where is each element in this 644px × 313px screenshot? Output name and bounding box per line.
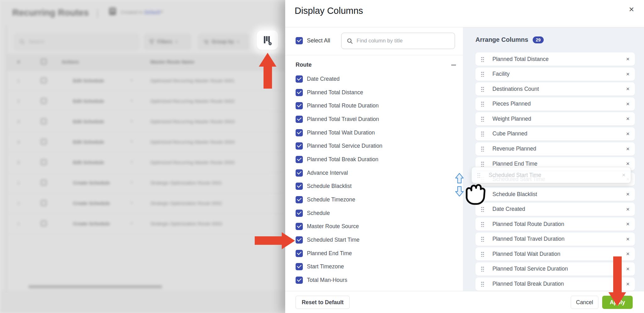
column-checkbox-item[interactable]: Date Created — [296, 72, 453, 86]
checkbox-checked-icon[interactable] — [296, 75, 303, 83]
checkbox-checked-icon[interactable] — [296, 236, 303, 244]
cancel-button[interactable]: Cancel — [571, 296, 598, 309]
checkbox-checked-icon[interactable] — [296, 223, 303, 230]
arrange-column-label: Revenue Planned — [492, 146, 626, 152]
drag-handle-icon[interactable] — [481, 266, 484, 272]
column-checkbox-item[interactable]: Total Man-Hours — [296, 273, 453, 287]
column-checkbox-item[interactable]: Schedule Blacklist — [296, 180, 453, 193]
checkbox-checked-icon[interactable] — [296, 183, 303, 190]
arrange-column-row[interactable]: Pieces Planned × — [475, 97, 635, 111]
column-count-badge: 29 — [533, 36, 544, 43]
arrange-column-row[interactable]: Schedule Blacklist × — [475, 188, 635, 201]
drag-handle-icon[interactable] — [481, 146, 484, 151]
select-all-row[interactable]: Select All — [296, 37, 330, 44]
remove-column-icon[interactable]: × — [626, 236, 630, 243]
remove-column-icon[interactable]: × — [626, 191, 630, 198]
drag-handle-icon[interactable] — [481, 161, 484, 167]
checkbox-checked-icon[interactable] — [296, 156, 303, 163]
checkbox-checked-icon[interactable] — [296, 142, 303, 150]
arrange-column-label: Cube Planned — [492, 130, 626, 137]
arrange-column-row[interactable]: Date Created × — [475, 203, 635, 216]
checkbox-checked-icon[interactable] — [296, 169, 303, 177]
column-checkbox-item[interactable]: Planned Total Travel Duration — [296, 113, 453, 126]
drag-handle-icon[interactable] — [481, 131, 484, 136]
columns-gear-icon — [263, 35, 273, 46]
arrange-column-label: Date Created — [492, 206, 626, 212]
checkbox-checked-icon[interactable] — [296, 102, 303, 109]
remove-column-icon[interactable]: × — [626, 250, 630, 257]
arrange-column-row[interactable]: Facility × — [475, 68, 635, 81]
remove-column-icon[interactable]: × — [626, 281, 630, 288]
checkbox-checked-icon[interactable] — [296, 263, 303, 270]
remove-column-icon: × — [622, 172, 625, 178]
column-checkbox-item[interactable]: Planned Total Wait Duration — [296, 126, 453, 140]
checkbox-checked-icon[interactable] — [296, 277, 303, 284]
find-column-input[interactable] — [357, 38, 445, 44]
checkbox-checked-icon[interactable] — [296, 89, 303, 96]
arrange-column-label: Schedule Blacklist — [492, 191, 626, 198]
column-checkbox-item[interactable]: Start Timezone — [296, 260, 453, 274]
display-columns-dialog: Display Columns × Select All Route Date … — [285, 0, 644, 313]
drag-handle-icon[interactable] — [481, 86, 484, 92]
annotation-arrow-down — [608, 256, 626, 306]
remove-column-icon[interactable]: × — [626, 160, 630, 167]
drag-handle-icon[interactable] — [481, 57, 484, 62]
column-checkbox-item[interactable]: Master Route Source — [296, 220, 453, 233]
arrange-column-row[interactable]: Revenue Planned × — [475, 142, 635, 156]
route-section-header[interactable]: Route — [296, 62, 456, 68]
close-icon[interactable]: × — [629, 5, 634, 14]
drag-handle-icon[interactable] — [481, 71, 484, 77]
drag-handle-icon[interactable] — [481, 236, 484, 242]
remove-column-icon[interactable]: × — [626, 266, 630, 272]
column-checkbox-list: Date Created Planned Total Distance Plan… — [296, 72, 453, 287]
remove-column-icon[interactable]: × — [626, 115, 630, 122]
checkbox-checked-icon[interactable] — [296, 196, 303, 203]
arrange-column-row[interactable]: Planned Total Route Duration × — [475, 217, 635, 231]
arrange-column-row[interactable]: Planned Total Distance × — [475, 52, 635, 66]
drag-handle-icon — [477, 173, 480, 178]
drag-handle-icon[interactable] — [481, 116, 484, 122]
checkbox-checked-icon[interactable] — [296, 210, 303, 217]
remove-column-icon[interactable]: × — [626, 146, 630, 152]
drag-handle-icon[interactable] — [481, 251, 484, 257]
checkbox-checked-icon[interactable] — [296, 250, 303, 257]
column-checkbox-item[interactable]: Advance Interval — [296, 166, 453, 180]
remove-column-icon[interactable]: × — [626, 85, 630, 92]
column-checkbox-item[interactable]: Planned End Time — [296, 247, 453, 260]
column-checkbox-item[interactable]: Planned Total Route Duration — [296, 99, 453, 113]
arrange-column-row[interactable]: Destinations Count × — [475, 82, 635, 96]
arrange-column-row[interactable]: Planned Total Travel Duration × — [475, 233, 635, 246]
column-checkbox-item[interactable]: Planned Total Break Duration — [296, 153, 453, 166]
column-label: Schedule Blacklist — [307, 183, 352, 189]
drag-handle-icon[interactable] — [481, 206, 484, 212]
arrange-column-label: Weight Planned — [492, 116, 626, 122]
checkbox-checked-icon[interactable] — [296, 37, 303, 44]
remove-column-icon[interactable]: × — [626, 56, 630, 63]
column-label: Master Route Source — [307, 223, 359, 230]
arrange-column-label: Planned Total Break Duration — [492, 281, 626, 287]
remove-column-icon[interactable]: × — [626, 206, 630, 213]
checkbox-checked-icon[interactable] — [296, 129, 303, 136]
arrange-column-row[interactable]: Cube Planned × — [475, 127, 635, 140]
remove-column-icon[interactable]: × — [626, 101, 630, 107]
arrange-column-label: Planned Total Service Duration — [492, 266, 626, 272]
arrange-column-label: Facility — [492, 71, 626, 77]
arrange-column-label: Planned End Time — [492, 161, 626, 167]
remove-column-icon[interactable]: × — [626, 130, 630, 137]
find-column-search-box[interactable] — [341, 33, 455, 49]
drag-handle-icon[interactable] — [481, 281, 484, 287]
remove-column-icon[interactable]: × — [626, 221, 630, 228]
column-checkbox-item[interactable]: Planned Total Service Duration — [296, 139, 453, 153]
column-checkbox-item[interactable]: Schedule — [296, 206, 453, 220]
collapse-minus-icon[interactable] — [451, 65, 456, 65]
checkbox-checked-icon[interactable] — [296, 116, 303, 123]
column-checkbox-item[interactable]: Schedule Timezone — [296, 193, 453, 206]
reset-to-default-button[interactable]: Reset to Default — [296, 296, 350, 309]
column-checkbox-item[interactable]: Scheduled Start Time — [296, 233, 453, 247]
column-checkbox-item[interactable]: Planned Total Distance — [296, 86, 453, 99]
drag-handle-icon[interactable] — [481, 222, 484, 227]
arrange-column-row[interactable]: Weight Planned × — [475, 112, 635, 125]
column-settings-button[interactable] — [257, 30, 278, 50]
remove-column-icon[interactable]: × — [626, 71, 630, 78]
drag-handle-icon[interactable] — [481, 101, 484, 107]
